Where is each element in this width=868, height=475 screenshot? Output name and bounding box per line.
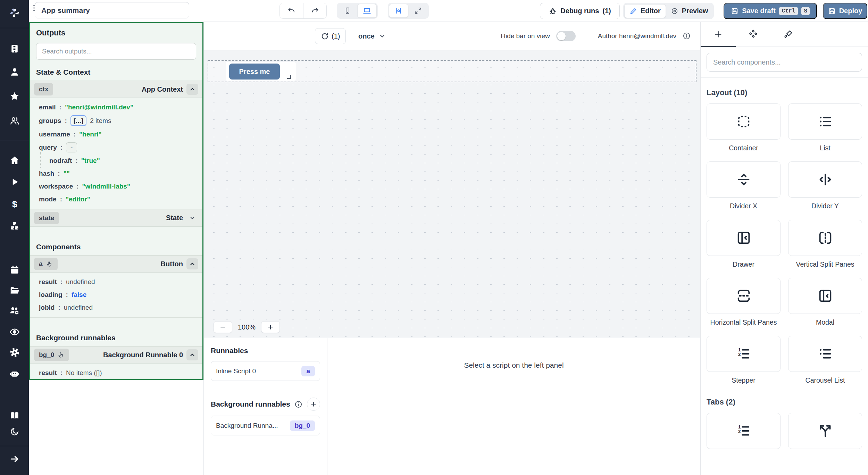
- component-card-list[interactable]: List: [788, 103, 862, 152]
- redo-button[interactable]: [303, 3, 326, 18]
- schedule-mode-dropdown[interactable]: once: [358, 28, 386, 44]
- output-entry-loading: loading: false: [30, 288, 202, 301]
- canvas-zoom-bar: 100%: [214, 321, 280, 333]
- collapse-ctx-button[interactable]: [186, 84, 198, 95]
- bg0-pill[interactable]: bg_0: [34, 349, 69, 361]
- workers-group-cog-icon[interactable]: [9, 305, 20, 317]
- info-icon[interactable]: [683, 32, 691, 40]
- component-card-divider-y[interactable]: Divider Y: [788, 161, 862, 210]
- component-card-divider-x[interactable]: Divider X: [707, 161, 781, 210]
- tab-theme-styling[interactable]: [771, 22, 806, 47]
- resize-handle[interactable]: [287, 75, 291, 79]
- modal-icon: [817, 288, 833, 304]
- undo-button[interactable]: [280, 3, 303, 18]
- app-summary-input[interactable]: [35, 2, 189, 18]
- collapse-bg0-button[interactable]: [186, 349, 198, 360]
- output-entry-bg-loading: loading: false: [30, 379, 202, 380]
- add-background-runnable-button[interactable]: [307, 398, 320, 411]
- resources-cubes-icon[interactable]: [9, 220, 20, 232]
- expand-arrow-icon[interactable]: [9, 453, 20, 465]
- save-draft-button[interactable]: Save draft Ctrl S: [724, 3, 817, 19]
- app-canvas[interactable]: Press me 100%: [204, 50, 700, 338]
- canvas-align-group: [388, 3, 429, 19]
- expand-state-button[interactable]: [186, 212, 198, 224]
- folders-icon[interactable]: [9, 284, 20, 296]
- list-icon: [817, 114, 833, 130]
- search-outputs-input[interactable]: [36, 43, 196, 60]
- components-list: Layout (10) Container List Divider: [701, 78, 868, 475]
- zoom-out-button[interactable]: [214, 321, 232, 333]
- tabs-icon: 12: [736, 423, 752, 439]
- component-card-drawer[interactable]: Drawer: [707, 220, 781, 269]
- bg0-object-row[interactable]: bg_0 Background Runnable 0: [30, 346, 202, 364]
- star-favorites-icon[interactable]: [9, 90, 20, 102]
- home-icon[interactable]: [9, 155, 20, 166]
- workspace-building-icon[interactable]: [9, 43, 20, 55]
- editor-label: Editor: [641, 7, 661, 15]
- undo-redo-group: [279, 3, 327, 19]
- component-card-vertical-split[interactable]: Vertical Split Panes: [788, 220, 862, 269]
- info-icon[interactable]: [294, 400, 302, 408]
- inline-script-item[interactable]: Inline Script 0 a: [211, 361, 320, 381]
- refresh-button[interactable]: (1): [315, 28, 346, 44]
- dollar-variables-icon[interactable]: $: [9, 198, 20, 210]
- settings-gear-icon[interactable]: [9, 347, 20, 358]
- paintbrush-icon: [784, 30, 793, 39]
- user-icon[interactable]: [9, 66, 20, 78]
- sidebar-divider: [0, 141, 29, 141]
- zoom-in-button[interactable]: [261, 321, 280, 333]
- button-component-container[interactable]: Press me: [226, 62, 296, 81]
- runnables-panel: Runnables Inline Script 0 a Background r…: [204, 338, 327, 475]
- mobile-view-button[interactable]: [338, 4, 357, 18]
- component-card-carousel-list[interactable]: Carousel List: [788, 336, 862, 385]
- component-card-stepper[interactable]: 12 Stepper: [707, 336, 781, 385]
- ctx-pill[interactable]: ctx: [34, 83, 53, 95]
- tab-insert-component[interactable]: [701, 22, 736, 47]
- vertical-split-icon: [817, 230, 833, 246]
- output-entry-email: email: "henri@windmill.dev": [30, 101, 202, 114]
- state-pill[interactable]: state: [34, 212, 59, 224]
- desktop-view-button[interactable]: [357, 4, 377, 18]
- ai-robot-icon[interactable]: [9, 368, 20, 380]
- canvas-header: (1) once Hide bar on view Author henri@w…: [204, 22, 700, 50]
- editor-preview-toggle: Editor Preview: [623, 3, 714, 19]
- deploy-button[interactable]: Deploy: [823, 3, 867, 19]
- debug-runs-button[interactable]: Debug runs (1): [540, 3, 620, 19]
- component-card-conditional-tabs[interactable]: [788, 413, 862, 453]
- windmill-logo[interactable]: [9, 7, 20, 19]
- ctx-entries: email: "henri@windmill.dev" groups: [...…: [30, 98, 202, 209]
- ctx-object-row[interactable]: ctx App Context: [30, 81, 202, 98]
- center-canvas-button[interactable]: [389, 4, 408, 18]
- component-card-tabs[interactable]: 12: [707, 413, 781, 453]
- tab-preview[interactable]: Preview: [666, 4, 713, 18]
- audit-eye-icon[interactable]: [9, 326, 20, 338]
- schedules-calendar-icon[interactable]: [9, 264, 20, 276]
- fullscreen-expand-button[interactable]: [408, 4, 428, 18]
- tab-editor[interactable]: Editor: [624, 4, 666, 18]
- carousel-list-icon: [817, 346, 833, 362]
- expand-array-badge[interactable]: [...]: [70, 115, 87, 126]
- component-card-horizontal-split[interactable]: Horizontal Split Panes: [707, 278, 781, 327]
- docs-book-icon[interactable]: [9, 410, 20, 422]
- component-a-row[interactable]: a Button: [30, 255, 202, 273]
- hide-bar-toggle[interactable]: [556, 31, 576, 41]
- component-card-modal[interactable]: Modal: [788, 278, 862, 327]
- dark-mode-moon-icon[interactable]: [9, 426, 20, 438]
- outputs-title: Outputs: [36, 28, 196, 38]
- play-runs-icon[interactable]: [9, 176, 20, 188]
- drawer-icon: [736, 230, 752, 246]
- refresh-icon: [321, 32, 329, 40]
- ctx-type-label: App Context: [142, 85, 183, 93]
- collapse-component-a-button[interactable]: [186, 258, 198, 269]
- press-me-button[interactable]: Press me: [229, 64, 280, 80]
- collapse-object-badge[interactable]: -: [66, 142, 77, 152]
- tab-component-settings[interactable]: [736, 22, 771, 47]
- component-card-container[interactable]: Container: [707, 103, 781, 152]
- user-groups-icon[interactable]: [9, 115, 20, 127]
- state-object-row[interactable]: state State: [30, 209, 202, 227]
- search-components-input[interactable]: [707, 53, 862, 72]
- component-a-pill[interactable]: a: [34, 258, 58, 270]
- background-runnable-item[interactable]: Background Runna... bg_0: [211, 416, 320, 435]
- pointer-hand-icon: [58, 352, 64, 358]
- horizontal-split-icon: [736, 288, 752, 304]
